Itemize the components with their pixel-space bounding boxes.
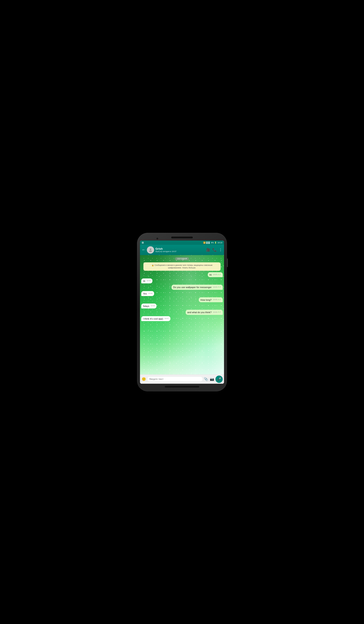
message-time: 19:07 [164, 318, 169, 319]
read-receipt: ✓✓ [218, 311, 221, 313]
message-text: I think it's cool app) [143, 317, 163, 320]
back-button[interactable]: ← [142, 248, 146, 252]
wifi-icon: 📶 [203, 242, 206, 244]
message-row: Hi 19:05 [141, 279, 223, 283]
message-meta: 19:05 ✓✓ [213, 274, 221, 276]
message-row: Hi 19:05 ✓✓ [141, 272, 223, 277]
chat-area: СЕГОДНЯ 🔒 Сообщения и звонки в данном ча… [140, 255, 224, 374]
phone-screen: 🖼 📶 ▌▌▌ 8% 🔋 19:10 ← Grish был(-а) се [140, 240, 224, 384]
signal-icon: ▌▌▌ [206, 242, 210, 244]
message-meta: 19:06 [151, 305, 155, 307]
message-row: I think it's cool app) 19:07 [141, 316, 223, 321]
message-row: Do you use wallpaper for messenger 19:05… [141, 285, 223, 290]
notification-icon: 🖼 [142, 242, 144, 244]
message-bubble: Yes 19:06 [141, 291, 154, 296]
message-text: Yes [143, 292, 147, 295]
message-meta: 19:07 [164, 318, 169, 319]
message-bubble: Hi 19:05 [141, 279, 153, 283]
message-bubble: How long? 19:06 ✓✓ [199, 297, 223, 302]
phone-call-icon[interactable]: 📞 [212, 248, 217, 252]
status-bar: 🖼 📶 ▌▌▌ 8% 🔋 19:10 [140, 240, 224, 245]
attach-icon[interactable]: 📎 [204, 377, 208, 382]
camera-icon[interactable]: 📷 [209, 377, 215, 382]
message-meta: 19:06 ✓✓ [213, 311, 221, 313]
video-call-icon[interactable]: 🎥 [206, 248, 210, 252]
read-receipt: ✓✓ [218, 274, 221, 276]
message-meta: 19:06 [148, 293, 153, 294]
message-text: Hi [209, 274, 211, 276]
message-meta: 19:05 ✓✓ [213, 286, 221, 288]
message-bubble: Hi 19:05 ✓✓ [208, 272, 223, 277]
message-text: 5days [143, 305, 149, 307]
top-bar: ← Grish был(-а) сегодня в 19:07 🎥 📞 ⋮ [140, 245, 224, 255]
message-row: 5days 19:06 [141, 304, 223, 309]
contact-name: Grish [156, 247, 205, 250]
mic-button[interactable]: 🎤 [215, 376, 223, 383]
message-meta: 19:05 [146, 280, 151, 282]
message-bubble: 5days 19:06 [141, 304, 156, 309]
message-text: How long? [200, 299, 211, 301]
emoji-icon[interactable]: 🙂 [141, 377, 146, 382]
read-receipt: ✓✓ [218, 299, 221, 301]
contact-info[interactable]: Grish был(-а) сегодня в 19:07 [156, 247, 205, 253]
message-text: Do you use wallpaper for messenger [173, 286, 211, 288]
message-bubble: Do you use wallpaper for messenger 19:05… [172, 285, 223, 290]
message-time: 19:06 [213, 299, 217, 301]
date-label: СЕГОДНЯ [175, 257, 189, 260]
message-row: Yes 19:06 [141, 291, 223, 296]
message-time: 19:06 [213, 312, 217, 313]
read-receipt: ✓✓ [218, 286, 221, 288]
message-time: 19:05 [146, 280, 151, 282]
clock: 19:10 [217, 242, 222, 244]
message-row: and what do you think? 19:06 ✓✓ [141, 310, 223, 315]
more-options-icon[interactable]: ⋮ [219, 248, 222, 252]
chat-content: СЕГОДНЯ 🔒 Сообщения и звонки в данном ча… [140, 255, 224, 322]
message-text: Hi [143, 280, 145, 282]
mic-icon: 🎤 [217, 377, 221, 381]
message-time: 19:06 [148, 293, 153, 294]
message-row: How long? 19:06 ✓✓ [141, 297, 223, 302]
message-text: and what do you think? [187, 311, 211, 313]
message-time: 19:06 [151, 305, 155, 307]
phone-camera [156, 237, 158, 240]
message-bubble: I think it's cool app) 19:07 [141, 316, 170, 321]
message-input[interactable] [147, 377, 203, 381]
security-notice: 🔒 Сообщения и звонки в данном чате тепер… [143, 262, 221, 271]
phone-device: 🖼 📶 ▌▌▌ 8% 🔋 19:10 ← Grish был(-а) се [137, 233, 227, 391]
input-bar: 🙂 📎 📷 🎤 [140, 374, 224, 384]
svg-point-0 [150, 248, 151, 250]
phone-speaker [171, 237, 193, 238]
svg-point-1 [149, 250, 152, 252]
top-action-icons: 🎥 📞 ⋮ [206, 248, 222, 252]
battery-percent: 8% [211, 242, 214, 244]
message-bubble: and what do you think? 19:06 ✓✓ [186, 310, 223, 315]
contact-status: был(-а) сегодня в 19:07 [156, 250, 205, 253]
message-meta: 19:06 ✓✓ [213, 299, 221, 301]
avatar [147, 246, 154, 254]
message-time: 19:05 [213, 286, 217, 288]
phone-home-bar [165, 386, 199, 388]
battery-icon: 🔋 [214, 242, 217, 244]
phone-side-button [227, 259, 228, 267]
message-time: 19:05 [213, 274, 217, 275]
